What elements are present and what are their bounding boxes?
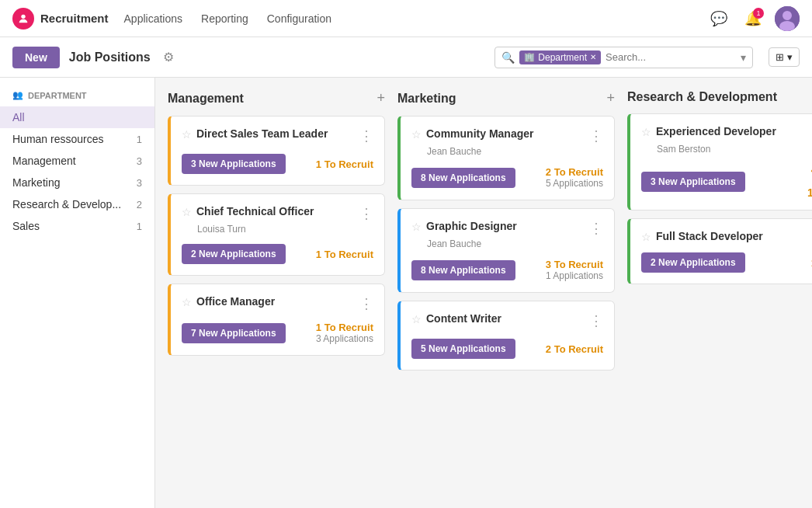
card-content-writer-btn[interactable]: 5 New Applications	[411, 339, 515, 359]
card-chief-technical-recruit: 1 To Recruit	[316, 249, 373, 260]
recruit-count: 4 T...	[807, 164, 812, 176]
recruit-count: 1 To Recruit	[316, 322, 373, 333]
card-chief-technical-menu[interactable]: ⋮	[359, 205, 373, 222]
recruit-count: 1 To Recruit	[316, 249, 373, 260]
sidebar-item-rd[interactable]: Research & Develop... 2	[0, 193, 154, 215]
notification-button[interactable]: 🔔 1	[741, 6, 765, 31]
card-full-stack-dev-title: Full Stack Developer	[656, 230, 812, 242]
card-full-stack-dev-btn[interactable]: 2 New Applications	[641, 252, 745, 273]
card-full-stack-dev-header: ☆ Full Stack Developer	[641, 230, 812, 243]
recruit-apps: 1 Applications	[546, 270, 603, 281]
card-community-manager-footer: 8 New Applications 2 To Recruit 5 Applic…	[411, 166, 603, 189]
card-community-manager-btn[interactable]: 8 New Applications	[411, 168, 515, 188]
recruit-extra: 1 A...	[807, 186, 812, 199]
search-bar: 🔍 🏢 Department ✕ ▾	[494, 47, 753, 68]
star-icon[interactable]: ☆	[411, 221, 422, 233]
star-icon[interactable]: ☆	[411, 313, 422, 325]
column-rd-header: Research & Development	[627, 90, 812, 104]
card-experienced-dev-footer: 3 New Applications 4 T... 6 A... 1 A...	[641, 164, 812, 199]
recruit-apps: 3 Applications	[316, 333, 373, 344]
search-icon: 🔍	[501, 51, 515, 64]
card-content-writer-title: Content Writer	[426, 312, 585, 325]
svg-point-0	[21, 14, 25, 18]
view-toggle[interactable]: ⊞ ▾	[769, 47, 800, 67]
search-input[interactable]	[606, 51, 736, 63]
card-office-manager-title: Office Manager	[196, 295, 355, 308]
kanban-icon: ⊞	[776, 51, 784, 63]
column-marketing-add[interactable]: +	[606, 90, 615, 106]
star-icon[interactable]: ☆	[182, 128, 192, 141]
app-logo[interactable]: Recruitment	[12, 8, 109, 30]
card-community-manager-subtitle: Jean Bauche	[427, 146, 603, 157]
card-community-manager-title: Community Manager	[426, 127, 585, 140]
star-icon[interactable]: ☆	[641, 231, 651, 243]
sidebar-item-management[interactable]: Management 3	[0, 150, 154, 172]
card-office-manager-menu[interactable]: ⋮	[359, 295, 373, 312]
card-direct-sales-header: ☆ Direct Sales Team Leader ⋮	[182, 127, 373, 144]
recruit-count: 2 To Recruit	[546, 166, 603, 178]
main-layout: 👥 DEPARTMENT All Human ressources 1 Mana…	[0, 78, 812, 508]
card-experienced-dev-btn[interactable]: 3 New Applications	[641, 172, 745, 192]
sidebar-item-human-resources[interactable]: Human ressources 1	[0, 128, 154, 150]
column-management: Management + ☆ Direct Sales Team Leader …	[168, 90, 385, 364]
card-content-writer-header: ☆ Content Writer ⋮	[411, 312, 603, 329]
card-graphic-designer-subtitle: Jean Bauche	[427, 238, 603, 249]
view-arrow: ▾	[787, 51, 793, 63]
nav-applications[interactable]: Applications	[124, 9, 183, 28]
star-icon[interactable]: ☆	[411, 128, 422, 141]
chat-button[interactable]: 💬	[706, 6, 731, 31]
new-button[interactable]: New	[12, 47, 60, 68]
sidebar-item-all[interactable]: All	[0, 106, 154, 128]
card-experienced-dev: ☆ Experienced Developer ⋮ Sam Berston 3 …	[627, 113, 812, 211]
card-full-stack-dev-footer: 2 New Applications 1 T...	[641, 252, 812, 273]
column-management-header: Management +	[168, 90, 385, 106]
card-chief-technical-header: ☆ Chief Technical Officer ⋮	[182, 205, 373, 222]
recruit-apps: 5 Applications	[546, 178, 603, 189]
star-icon[interactable]: ☆	[182, 296, 192, 308]
card-office-manager: ☆ Office Manager ⋮ 7 New Applications 1 …	[168, 284, 385, 356]
card-full-stack-dev: ☆ Full Stack Developer 2 New Application…	[627, 218, 812, 284]
card-chief-technical-footer: 2 New Applications 1 To Recruit	[182, 244, 373, 264]
card-content-writer-footer: 5 New Applications 2 To Recruit	[411, 339, 603, 359]
department-icon: 👥	[12, 90, 23, 100]
kanban-view-button[interactable]: ⊞ ▾	[769, 47, 800, 67]
star-icon[interactable]: ☆	[641, 126, 651, 138]
svg-point-2	[783, 11, 792, 20]
page-title: Job Positions	[69, 50, 151, 64]
column-rd: Research & Development ☆ Experienced Dev…	[627, 90, 812, 292]
card-direct-sales-menu[interactable]: ⋮	[359, 127, 373, 144]
card-graphic-designer-menu[interactable]: ⋮	[589, 220, 603, 237]
nav-configuration[interactable]: Configuration	[267, 9, 331, 28]
card-experienced-dev-header: ☆ Experienced Developer ⋮	[641, 125, 812, 142]
filter-tag-label: Department	[538, 52, 587, 63]
card-office-manager-btn[interactable]: 7 New Applications	[182, 323, 286, 343]
card-graphic-designer-recruit: 3 To Recruit 1 Applications	[546, 259, 603, 281]
card-graphic-designer-btn[interactable]: 8 New Applications	[411, 260, 515, 280]
card-graphic-designer: ☆ Graphic Designer ⋮ Jean Bauche 8 New A…	[397, 208, 615, 293]
sidebar-item-marketing[interactable]: Marketing 3	[0, 172, 154, 193]
card-direct-sales-title: Direct Sales Team Leader	[196, 127, 355, 140]
column-marketing: Marketing + ☆ Community Manager ⋮ Jean B…	[397, 90, 615, 378]
card-chief-technical: ☆ Chief Technical Officer ⋮ Louisa Turn …	[168, 193, 385, 276]
card-office-manager-footer: 7 New Applications 1 To Recruit 3 Applic…	[182, 322, 373, 344]
card-direct-sales-btn[interactable]: 3 New Applications	[182, 154, 286, 174]
column-marketing-title: Marketing	[397, 92, 600, 106]
card-office-manager-header: ☆ Office Manager ⋮	[182, 295, 373, 312]
app-name: Recruitment	[40, 12, 109, 25]
settings-icon[interactable]: ⚙	[163, 50, 174, 64]
nav-reporting[interactable]: Reporting	[201, 9, 248, 28]
sidebar: 👥 DEPARTMENT All Human ressources 1 Mana…	[0, 78, 155, 508]
search-dropdown-icon[interactable]: ▾	[741, 51, 746, 64]
column-management-add[interactable]: +	[377, 90, 385, 106]
filter-tag[interactable]: 🏢 Department ✕	[519, 50, 601, 64]
card-content-writer-menu[interactable]: ⋮	[589, 312, 603, 329]
sidebar-item-sales[interactable]: Sales 1	[0, 215, 154, 237]
star-icon[interactable]: ☆	[182, 206, 192, 218]
card-chief-technical-btn[interactable]: 2 New Applications	[182, 244, 286, 264]
user-avatar[interactable]	[775, 6, 800, 31]
card-community-manager-menu[interactable]: ⋮	[589, 127, 603, 144]
recruit-apps: 6 A...	[807, 176, 812, 186]
column-marketing-header: Marketing +	[397, 90, 615, 106]
filter-close-icon[interactable]: ✕	[590, 53, 596, 61]
card-experienced-dev-subtitle: Sam Berston	[657, 144, 812, 155]
